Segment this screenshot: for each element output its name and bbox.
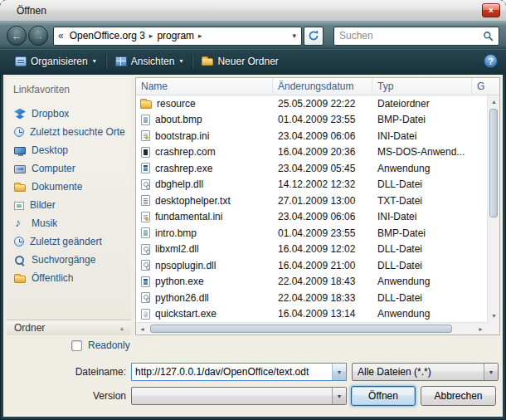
- sidebar-item-documents[interactable]: Dokumente: [7, 178, 131, 196]
- version-label: Version: [3, 390, 126, 402]
- sidebar-item-searches[interactable]: Suchvorgänge: [7, 251, 131, 269]
- file-type: Dateiordner: [372, 98, 472, 110]
- filename-combobox[interactable]: ▾: [131, 363, 347, 381]
- scroll-down-icon[interactable]: ▼: [488, 310, 500, 322]
- file-row[interactable]: crashrep.exe 23.04.2009 05:45 Anwendung: [136, 160, 487, 177]
- chevron-right-icon[interactable]: ▸: [197, 32, 204, 40]
- chevron-right-icon[interactable]: ▸: [148, 32, 155, 40]
- file-date: 14.12.2002 12:32: [273, 178, 372, 190]
- file-type: BMP-Datei: [372, 227, 472, 239]
- sidebar-item-dropbox[interactable]: Dropbox: [7, 105, 131, 123]
- sidebar-item-recently-changed[interactable]: Zuletzt geändert: [7, 232, 131, 251]
- folder-icon: [140, 100, 152, 109]
- refresh-icon: [308, 30, 319, 42]
- filetype-combobox[interactable]: Alle Dateien (*.*) ▾: [352, 363, 499, 381]
- file-row[interactable]: python.exe 22.04.2009 18:43 Anwendung: [136, 274, 487, 291]
- file-name: fundamental.ini: [155, 211, 222, 222]
- filename-dropdown-icon[interactable]: ▾: [332, 364, 346, 380]
- file-type: DLL-Datei: [372, 243, 472, 255]
- chevron-up-icon: ▴: [120, 325, 124, 332]
- file-row[interactable]: intro.bmp 01.04.2009 23:55 BMP-Datei: [136, 225, 487, 242]
- version-value: [132, 388, 332, 404]
- file-date: 25.05.2009 22:22: [273, 98, 372, 110]
- file-row[interactable]: desktophelper.txt 27.01.2009 13:00 TXT-D…: [136, 193, 487, 209]
- sidebar-item-desktop[interactable]: Desktop: [7, 141, 131, 159]
- file-date: 01.04.2009 23:55: [273, 114, 372, 125]
- breadcrumb-overflow-icon[interactable]: «: [58, 30, 64, 42]
- file-type: Anwendung: [372, 276, 472, 287]
- close-button[interactable]: ×: [482, 3, 500, 17]
- back-button[interactable]: ←: [7, 26, 27, 46]
- sidebar-item-computer[interactable]: Computer: [7, 159, 131, 178]
- file-type: MS-DOS-Anwend...: [372, 146, 472, 158]
- file-row[interactable]: libxml2.dll 16.04.2009 12:02 DLL-Datei: [136, 242, 487, 258]
- cancel-button[interactable]: Abbrechen: [421, 386, 496, 406]
- forward-arrow-icon: →: [33, 31, 44, 42]
- breadcrumb-item-openoffice[interactable]: OpenOffice.org 3: [67, 28, 148, 43]
- version-combobox[interactable]: ▾: [131, 387, 347, 405]
- file-date: 23.04.2009 06:06: [273, 130, 372, 142]
- sidebar-item-public[interactable]: Öffentlich: [7, 269, 131, 287]
- refresh-button[interactable]: [304, 27, 324, 46]
- file-row[interactable]: npsoplugin.dll 16.04.2009 21:00 DLL-Date…: [136, 257, 487, 274]
- file-row[interactable]: bootstrap.ini 23.04.2009 06:06 INI-Datei: [136, 128, 487, 144]
- scroll-up-icon[interactable]: ▲: [488, 95, 500, 108]
- file-row[interactable]: crashrep.com 16.04.2009 20:36 MS-DOS-Anw…: [136, 144, 487, 161]
- computer-icon: [14, 165, 26, 173]
- vertical-scroll-thumb[interactable]: [489, 109, 498, 217]
- open-file-dialog: Öffnen × ← → « OpenOffice.org 3 ▸ progra…: [0, 0, 506, 420]
- window-chrome: ← → « OpenOffice.org 3 ▸ program ▸ ▾ Suc: [0, 22, 506, 75]
- file-row[interactable]: quickstart.exe 16.04.2009 13:14 Anwendun…: [136, 306, 487, 323]
- sidebar-item-label: Dokumente: [32, 181, 82, 193]
- sidebar-item-label: Öffentlich: [32, 272, 73, 284]
- file-row[interactable]: python26.dll 22.04.2009 18:33 DLL-Datei: [136, 290, 487, 306]
- file-row[interactable]: fundamental.ini 23.04.2009 06:06 INI-Dat…: [136, 209, 487, 226]
- image-file-icon: [141, 115, 150, 125]
- folders-label: Ordner: [14, 322, 45, 334]
- search-icon: [483, 31, 494, 42]
- desktop-icon: [14, 147, 26, 154]
- titlebar[interactable]: Öffnen ×: [0, 0, 506, 22]
- column-header-name[interactable]: Name: [136, 78, 273, 95]
- folders-expander[interactable]: Ordner ▴: [7, 320, 131, 335]
- horizontal-scroll-thumb[interactable]: [150, 325, 452, 333]
- search-box[interactable]: Suchen: [333, 27, 499, 46]
- vertical-scrollbar[interactable]: ▲ ▼: [487, 95, 499, 322]
- help-button[interactable]: ?: [484, 54, 498, 68]
- back-arrow-icon: ←: [12, 31, 22, 42]
- readonly-checkbox[interactable]: [71, 340, 82, 351]
- sidebar-item-label: Dropbox: [32, 108, 69, 120]
- file-row[interactable]: resource 25.05.2009 22:22 Dateiordner: [136, 95, 487, 112]
- views-button[interactable]: Ansichten ▾: [109, 52, 190, 71]
- sidebar-item-music[interactable]: Musik: [7, 214, 131, 232]
- ini-file-icon: [141, 212, 150, 222]
- horizontal-scrollbar[interactable]: ◄ ►: [136, 322, 487, 335]
- column-header-size[interactable]: G: [472, 78, 499, 95]
- dropbox-icon: [14, 109, 26, 120]
- filename-input[interactable]: [132, 364, 332, 380]
- sidebar-item-label: Desktop: [32, 144, 68, 156]
- filetype-dropdown-icon[interactable]: ▾: [484, 364, 498, 380]
- new-folder-button[interactable]: Neuer Ordner: [195, 52, 285, 71]
- breadcrumb-item-program[interactable]: program: [154, 28, 197, 43]
- address-dropdown-icon[interactable]: ▾: [292, 32, 297, 40]
- music-note-icon: [14, 218, 26, 229]
- clock-icon: [14, 127, 24, 137]
- file-row[interactable]: about.bmp 01.04.2009 23:55 BMP-Datei: [136, 112, 487, 129]
- file-date: 22.04.2009 18:33: [273, 292, 372, 304]
- scroll-right-icon[interactable]: ►: [474, 323, 487, 335]
- forward-button[interactable]: →: [28, 26, 48, 46]
- breadcrumb[interactable]: « OpenOffice.org 3 ▸ program ▸ ▾: [53, 27, 302, 46]
- file-name: npsoplugin.dll: [155, 260, 216, 271]
- file-row[interactable]: dbghelp.dll 14.12.2002 12:32 DLL-Datei: [136, 177, 487, 193]
- file-date: 16.04.2009 12:02: [273, 243, 372, 255]
- sidebar-item-recent-places[interactable]: Zuletzt besuchte Orte: [7, 123, 131, 141]
- open-button[interactable]: Öffnen: [351, 386, 416, 406]
- sidebar-item-pictures[interactable]: Bilder: [7, 196, 131, 214]
- column-header-type[interactable]: Typ: [372, 78, 472, 95]
- organize-button[interactable]: Organisieren ▾: [8, 52, 103, 71]
- version-dropdown-icon[interactable]: ▾: [332, 388, 346, 404]
- column-header-date[interactable]: Änderungsdatum: [273, 78, 372, 95]
- scroll-left-icon[interactable]: ◄: [136, 323, 148, 335]
- file-date: 27.01.2009 13:00: [273, 195, 372, 207]
